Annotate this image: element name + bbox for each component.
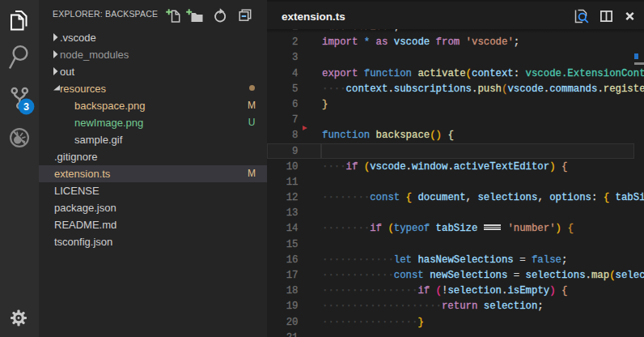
svg-text:3: 3 [23, 101, 29, 113]
